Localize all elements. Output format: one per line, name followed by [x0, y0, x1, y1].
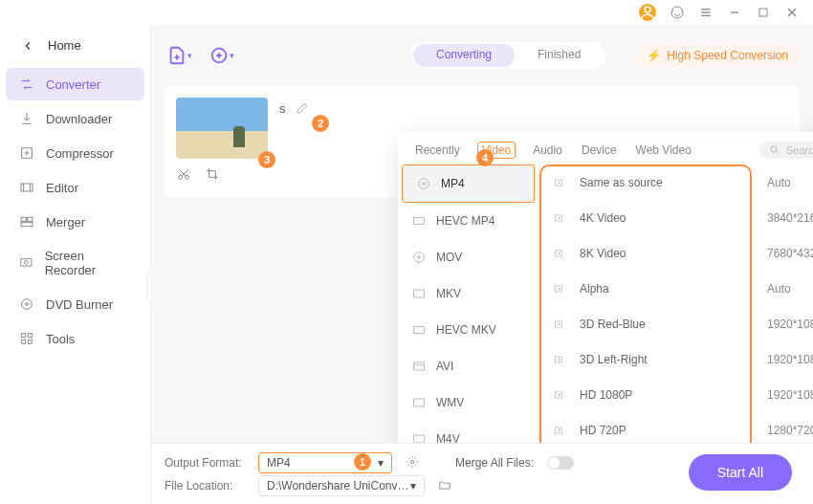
file-location-select[interactable]: D:\Wondershare UniConverter 1 ▾ — [258, 475, 425, 496]
high-speed-badge[interactable]: ⚡ High Speed Conversion — [635, 44, 800, 67]
sidebar-item-label: Tools — [46, 332, 75, 346]
video-thumbnail[interactable] — [176, 98, 268, 159]
svg-line-26 — [777, 152, 780, 155]
svg-point-0 — [645, 7, 650, 12]
lightning-icon: ⚡ — [647, 49, 661, 62]
panel-tab-device[interactable]: Device — [580, 142, 619, 159]
preset-alpha[interactable]: AlphaAuto — [539, 271, 813, 306]
toolbar: ▾ ▾ Converting Finished ⚡ High Speed Con… — [165, 33, 800, 78]
video-icon — [553, 354, 570, 365]
search-input[interactable]: Search — [759, 142, 813, 159]
preset-list: Same as sourceAuto 4K Video3840*2160 8K … — [539, 164, 813, 451]
output-format-value: MP4 — [267, 456, 291, 470]
sidebar-item-tools[interactable]: Tools — [6, 322, 144, 355]
format-avi[interactable]: AVI — [398, 348, 538, 384]
preset-4k[interactable]: 4K Video3840*2160 — [539, 200, 813, 235]
preset-name: HD 720P — [580, 424, 767, 437]
svg-rect-36 — [414, 399, 425, 406]
svg-rect-32 — [414, 290, 425, 297]
format-label: MP4 — [441, 177, 465, 190]
main-area: ▾ ▾ Converting Finished ⚡ High Speed Con… — [151, 25, 813, 504]
panel-tab-webvideo[interactable]: Web Video — [634, 142, 693, 159]
settings-icon[interactable] — [406, 455, 419, 471]
folder-icon[interactable] — [438, 478, 451, 494]
add-dvd-button[interactable]: ▾ — [207, 41, 235, 70]
video-icon — [553, 425, 570, 436]
close-icon[interactable] — [784, 5, 800, 20]
format-mkv[interactable]: MKV — [398, 275, 538, 312]
sidebar-item-label: Screen Recorder — [45, 249, 131, 277]
format-mp4[interactable]: MP4 — [402, 164, 535, 203]
svg-rect-18 — [22, 334, 26, 338]
svg-point-30 — [414, 252, 425, 263]
sidebar-item-merger[interactable]: Merger — [6, 206, 144, 238]
sidebar-item-screen-recorder[interactable]: Screen Recorder — [6, 240, 144, 286]
preset-3d-leftright[interactable]: 3D Left-Right1920*1080 — [539, 341, 813, 377]
svg-marker-39 — [559, 182, 560, 184]
svg-point-31 — [418, 256, 421, 259]
sidebar-item-converter[interactable]: Converter — [6, 68, 144, 100]
sidebar-item-downloader[interactable]: Downloader — [6, 102, 144, 135]
preset-same-as-source[interactable]: Same as sourceAuto — [539, 164, 813, 200]
crop-icon[interactable] — [205, 166, 220, 186]
svg-rect-6 — [759, 9, 767, 16]
trim-icon[interactable] — [176, 166, 191, 186]
output-format-select[interactable]: MP4 ▾ — [258, 452, 392, 473]
format-hevc-mp4[interactable]: HEVC MP4 — [398, 203, 538, 239]
preset-8k[interactable]: 8K Video7680*4320 — [539, 235, 813, 271]
sidebar: Home Converter Downloader Compressor Edi… — [0, 25, 151, 504]
svg-marker-43 — [559, 252, 560, 254]
home-button[interactable]: Home — [0, 33, 150, 66]
svg-point-15 — [25, 261, 29, 265]
format-label: HEVC MP4 — [436, 214, 494, 228]
tab-converting[interactable]: Converting — [413, 44, 515, 67]
preset-hd1080[interactable]: HD 1080P1920*1080 — [539, 377, 813, 412]
start-all-button[interactable]: Start All — [689, 454, 792, 491]
sidebar-item-compressor[interactable]: Compressor — [6, 137, 144, 169]
preset-3d-redblue[interactable]: 3D Red-Blue1920*1080 — [539, 306, 813, 341]
svg-rect-14 — [21, 259, 32, 266]
user-avatar[interactable] — [639, 4, 656, 21]
maximize-icon[interactable] — [756, 5, 771, 20]
sidebar-item-label: Editor — [46, 181, 78, 195]
minimize-icon[interactable] — [727, 5, 742, 20]
tab-switch: Converting Finished — [411, 42, 605, 69]
preset-resolution: Auto — [767, 282, 813, 296]
sidebar-item-editor[interactable]: Editor — [6, 171, 144, 204]
format-mov[interactable]: MOV — [398, 239, 538, 275]
add-file-button[interactable]: ▾ — [165, 41, 193, 70]
sidebar-item-label: Converter — [46, 77, 100, 92]
rename-icon[interactable] — [296, 101, 309, 186]
menu-icon[interactable] — [698, 5, 714, 20]
video-icon — [553, 177, 570, 188]
chevron-down-icon: ▾ — [410, 479, 416, 493]
support-icon[interactable] — [670, 5, 685, 20]
svg-rect-12 — [28, 217, 33, 221]
callout-badge-4: 4 — [476, 149, 494, 166]
svg-point-1 — [671, 7, 683, 18]
format-hevc-mkv[interactable]: HEVC MKV — [398, 312, 538, 348]
svg-marker-45 — [559, 288, 560, 290]
svg-point-25 — [771, 146, 777, 152]
panel-tab-audio[interactable]: Audio — [531, 142, 564, 159]
video-icon — [553, 212, 570, 224]
preset-resolution: 1920*1080 — [767, 318, 813, 331]
format-list: MP4 HEVC MP4 MOV MKV HEVC MKV AVI WMV M4… — [398, 164, 539, 451]
svg-rect-21 — [28, 340, 32, 343]
svg-rect-33 — [414, 327, 425, 334]
callout-badge-2: 2 — [312, 115, 329, 132]
svg-point-28 — [423, 183, 426, 186]
svg-point-16 — [22, 299, 33, 310]
file-location-label: File Location: — [165, 479, 251, 493]
merge-label: Merge All Files: — [455, 456, 534, 470]
preset-resolution: 7680*4320 — [767, 247, 813, 260]
preset-resolution: 1920*1080 — [767, 353, 813, 366]
svg-point-54 — [410, 460, 414, 464]
panel-tab-recently[interactable]: Recently — [413, 142, 462, 159]
merge-toggle[interactable] — [547, 456, 574, 470]
tab-finished[interactable]: Finished — [515, 44, 604, 67]
format-wmv[interactable]: WMV — [398, 384, 538, 421]
titlebar — [0, 0, 813, 25]
format-label: HEVC MKV — [436, 323, 496, 337]
sidebar-item-dvd-burner[interactable]: DVD Burner — [6, 288, 144, 320]
